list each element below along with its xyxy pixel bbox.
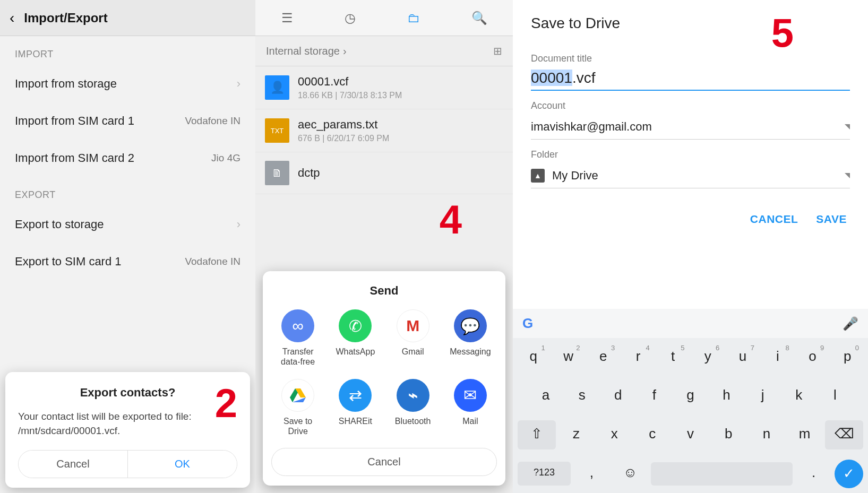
key-b[interactable]: b [711, 420, 746, 449]
key-g[interactable]: g [674, 382, 707, 411]
cancel-button[interactable]: Cancel [271, 448, 497, 476]
key-z[interactable]: z [559, 420, 594, 449]
key-m[interactable]: m [787, 420, 822, 449]
item-export-sim1[interactable]: Export to SIM card 1 Vodafone IN [0, 243, 255, 280]
sheet-title: Send [271, 284, 497, 298]
file-row[interactable]: 👤 00001.vcf 18.66 KB | 7/30/18 8:13 PM [255, 66, 513, 109]
dropdown-caret-icon [845, 124, 850, 129]
breadcrumb[interactable]: Internal storage › ⊞ [255, 36, 513, 66]
folder-label: Folder [531, 149, 850, 160]
save-button[interactable]: SAVE [816, 213, 847, 226]
comma-key[interactable]: , [574, 459, 609, 488]
item-import-sim2[interactable]: Import from SIM card 2 Jio 4G [0, 140, 255, 177]
dialog-body: Your contact list will be exported to fi… [18, 409, 237, 438]
file-row[interactable]: 🗎 dctp [255, 152, 513, 194]
item-import-storage[interactable]: Import from storage › [0, 65, 255, 102]
messaging-icon: 💬 [454, 309, 487, 342]
section-import-label: IMPORT [0, 36, 255, 65]
key-d[interactable]: d [601, 382, 634, 411]
app-gmail[interactable]: MGmail [386, 309, 440, 367]
file-row[interactable]: TXT aec_params.txt 676 B | 6/20/17 6:09 … [255, 109, 513, 152]
key-n[interactable]: n [749, 420, 784, 449]
key-c[interactable]: c [635, 420, 670, 449]
export-dialog: Export contacts? Your contact list will … [5, 372, 250, 488]
cancel-button[interactable]: CANCEL [750, 213, 798, 226]
recent-icon[interactable]: ◷ [345, 11, 356, 25]
item-export-storage[interactable]: Export to storage › [0, 206, 255, 243]
cancel-button[interactable]: Cancel [19, 451, 127, 478]
share-sheet: Send ∞Transfer data-free ✆WhatsApp MGmai… [263, 271, 505, 486]
symbols-key[interactable]: ?123 [518, 462, 571, 486]
bluetooth-icon: ⌁ [397, 379, 429, 412]
app-drive[interactable]: Save to Drive [271, 379, 324, 436]
panel-import-export: ‹ Import/Export IMPORT Import from stora… [0, 0, 255, 493]
key-w[interactable]: 2w [553, 343, 585, 372]
whatsapp-icon: ✆ [339, 309, 372, 342]
contact-file-icon: 👤 [265, 75, 289, 100]
folder-icon[interactable]: 🗀 [407, 11, 420, 25]
key-h[interactable]: h [710, 382, 743, 411]
chevron-right-icon: › [343, 45, 347, 57]
folder-select[interactable]: ▲ My Drive [531, 163, 850, 188]
key-p[interactable]: 0p [831, 343, 863, 372]
app-whatsapp[interactable]: ✆WhatsApp [329, 309, 382, 367]
key-e[interactable]: 3e [587, 343, 619, 372]
space-key[interactable] [651, 462, 793, 486]
back-icon[interactable]: ‹ [10, 10, 14, 27]
menu-icon[interactable]: ☰ [281, 11, 293, 25]
page-title: Save to Drive [513, 0, 868, 44]
search-icon[interactable]: 🔍 [471, 11, 487, 25]
keyboard: G 🎤 1q2w3e4r5t6y7u8i9o0p asdfghjkl ⇧ zxc… [513, 309, 868, 493]
app-bluetooth[interactable]: ⌁Bluetooth [386, 379, 440, 436]
key-l[interactable]: l [819, 382, 852, 411]
key-r[interactable]: 4r [622, 343, 654, 372]
app-mail[interactable]: ✉Mail [444, 379, 497, 436]
dropdown-caret-icon [845, 173, 850, 178]
key-y[interactable]: 6y [692, 343, 724, 372]
doc-title-label: Document title [531, 53, 850, 64]
section-export-label: EXPORT [0, 177, 255, 206]
txt-file-icon: TXT [265, 118, 289, 143]
account-select[interactable]: imavishkar@gmail.com [531, 115, 850, 140]
shareit-icon: ⇄ [339, 379, 372, 412]
ok-button[interactable]: OK [127, 451, 237, 478]
topbar: ☰ ◷ 🗀 🔍 [255, 0, 513, 36]
shift-key[interactable]: ⇧ [518, 420, 556, 449]
suggestion-bar: G 🎤 [513, 309, 868, 338]
grid-view-icon[interactable]: ⊞ [493, 45, 502, 57]
drive-icon [281, 379, 314, 412]
transfer-icon: ∞ [281, 309, 314, 342]
backspace-key[interactable]: ⌫ [825, 420, 863, 449]
app-transfer[interactable]: ∞Transfer data-free [271, 309, 324, 367]
mail-icon: ✉ [454, 379, 487, 412]
enter-key[interactable]: ✓ [835, 460, 863, 488]
dialog-title: Export contacts? [18, 386, 237, 400]
key-a[interactable]: a [529, 382, 562, 411]
step-number: 2 [215, 380, 237, 426]
doc-title-input[interactable]: 00001.vcf [531, 67, 850, 91]
step-number: 4 [440, 196, 462, 243]
key-x[interactable]: x [597, 420, 632, 449]
drive-folder-icon: ▲ [531, 169, 545, 183]
header: ‹ Import/Export [0, 0, 255, 36]
key-v[interactable]: v [673, 420, 708, 449]
page-title: Import/Export [24, 11, 107, 25]
google-icon[interactable]: G [522, 315, 533, 332]
app-messaging[interactable]: 💬Messaging [444, 309, 497, 367]
key-j[interactable]: j [746, 382, 779, 411]
key-o[interactable]: 9o [797, 343, 829, 372]
key-q[interactable]: 1q [518, 343, 549, 372]
mic-icon[interactable]: 🎤 [843, 316, 858, 331]
app-shareit[interactable]: ⇄SHAREit [329, 379, 382, 436]
key-t[interactable]: 5t [657, 343, 689, 372]
gmail-icon: M [397, 309, 429, 342]
key-u[interactable]: 7u [727, 343, 759, 372]
chevron-right-icon: › [237, 77, 240, 91]
key-f[interactable]: f [638, 382, 671, 411]
key-i[interactable]: 8i [762, 343, 794, 372]
emoji-key[interactable]: ☺ [613, 459, 648, 488]
item-import-sim1[interactable]: Import from SIM card 1 Vodafone IN [0, 102, 255, 140]
key-s[interactable]: s [565, 382, 598, 411]
key-k[interactable]: k [783, 382, 815, 411]
period-key[interactable]: . [796, 459, 831, 488]
